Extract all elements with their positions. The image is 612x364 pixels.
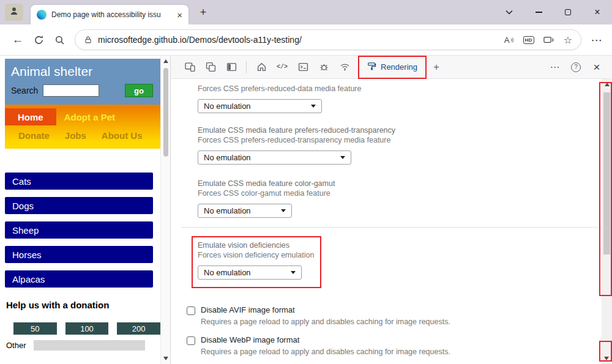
new-tab-button[interactable]: + (196, 6, 210, 19)
tab-close-icon[interactable]: × (177, 10, 182, 20)
vision-deficiency-dropdown[interactable]: No emulation (198, 266, 302, 280)
animal-button-alpacas[interactable]: Alpacas (5, 270, 153, 288)
section-divider (181, 227, 602, 228)
sources-icon[interactable]: </> (272, 59, 293, 76)
toolbar-divider (246, 61, 247, 73)
dock-side-icon[interactable] (221, 59, 242, 76)
donation-200-button[interactable]: 200 (117, 322, 160, 335)
debugger-bug-icon[interactable] (313, 59, 334, 76)
page-title: Animal shelter (11, 64, 154, 79)
console-icon[interactable] (293, 59, 313, 76)
browser-tab[interactable]: Demo page with accessibility issu × (31, 5, 188, 24)
scroll-down-icon[interactable] (604, 357, 609, 360)
minimize-button[interactable] (524, 0, 553, 24)
donation-amounts: 50 100 200 (13, 322, 160, 335)
address-bar[interactable]: microsoftedge.github.io/Demos/devtools-a… (75, 29, 581, 50)
inspect-element-icon[interactable] (200, 59, 221, 76)
search-row: Search go (11, 84, 154, 97)
dropdown-value: No emulation (204, 268, 251, 277)
chevron-down-icon (291, 271, 296, 274)
disable-avif-checkbox[interactable] (187, 306, 195, 315)
animal-button-cats[interactable]: Cats (5, 173, 153, 190)
dropdown-value: No emulation (204, 206, 251, 215)
reduced-data-dropdown[interactable]: No emulation (198, 99, 322, 113)
animal-button-horses[interactable]: Horses (5, 246, 153, 263)
reduced-transparency-dropdown[interactable]: No emulation (198, 150, 351, 165)
animal-button-sheep[interactable]: Sheep (5, 221, 153, 239)
more-options-icon[interactable]: ⋯ (545, 61, 565, 73)
section-vision-deficiencies: Emulate vision deficiencies Forces visio… (198, 240, 327, 280)
checkbox-label: Disable WebP image format (201, 335, 450, 345)
tab-list-chevron-icon[interactable] (494, 0, 524, 24)
profile-avatar[interactable] (5, 4, 23, 21)
section-title: Emulate CSS media feature prefers-reduce… (198, 125, 602, 135)
checkbox-description: Requires a page reload to apply and disa… (201, 318, 450, 327)
nav-item-jobs[interactable]: Jobs (65, 130, 86, 141)
devtools-scrollbar[interactable] (602, 79, 612, 364)
section-reduced-transparency: Emulate CSS media feature prefers-reduce… (198, 125, 602, 165)
nav-item-home[interactable]: Home (5, 108, 56, 125)
section-reduced-data: Forces CSS prefers-reduced-data media fe… (198, 84, 602, 113)
search-icon[interactable] (49, 29, 70, 50)
add-tool-button[interactable]: + (427, 61, 446, 73)
nav-item-about-us[interactable]: About Us (102, 130, 143, 141)
refresh-button[interactable] (28, 29, 49, 50)
network-wifi-icon[interactable] (334, 59, 355, 76)
edge-logo-icon (37, 10, 47, 20)
url-text: microsoftedge.github.io/Demos/devtools-a… (98, 35, 499, 45)
person-icon (9, 6, 19, 18)
devtools-toolbar-right: ⋯ ? × (545, 61, 612, 74)
section-color-gamut: Emulate CSS media feature color-gamut Fo… (198, 179, 602, 218)
window-close-button[interactable]: × (583, 0, 612, 24)
nav-item-donate[interactable]: Donate (18, 130, 50, 141)
webpage-viewport: Animal shelter Search go Home Adopt a Pe… (0, 56, 170, 364)
donation-heading: Help us with a donation (6, 300, 160, 310)
section-description: Forces CSS prefers-reduced-transparency … (198, 135, 602, 145)
media-audio-icon[interactable] (543, 35, 554, 45)
donation-50-button[interactable]: 50 (13, 322, 57, 335)
browser-toolbar: ← microsoftedge.github.io/Demos/devtools… (0, 24, 612, 56)
nav-item-adopt-a-pet[interactable]: Adopt a Pet (64, 112, 115, 122)
page-scrollbar-thumb[interactable] (163, 68, 168, 157)
favorites-star-icon[interactable]: ☆ (564, 34, 572, 46)
chevron-down-icon (311, 105, 316, 108)
site-info-lock-icon[interactable] (84, 35, 92, 44)
dropdown-value: No emulation (204, 153, 251, 162)
devtools-close-icon[interactable]: × (586, 61, 607, 74)
animal-list: Cats Dogs Sheep Horses Alpacas (5, 173, 160, 288)
donation-100-button[interactable]: 100 (65, 322, 109, 335)
scroll-up-icon[interactable] (163, 59, 168, 63)
animal-button-dogs[interactable]: Dogs (5, 197, 153, 214)
chevron-down-icon (340, 156, 345, 159)
go-button[interactable]: go (125, 84, 153, 97)
search-input[interactable] (43, 84, 99, 97)
color-gamut-dropdown[interactable]: No emulation (198, 204, 292, 218)
back-button[interactable]: ← (7, 29, 28, 50)
tab-rendering[interactable]: Rendering (360, 58, 425, 76)
devtools-panel: </> Rendering + (170, 56, 612, 364)
browser-window: Demo page with accessibility issu × + × … (0, 0, 612, 364)
help-icon[interactable]: ? (571, 62, 581, 72)
section-description: Forces CSS color-gamut media feature (198, 188, 602, 198)
settings-menu-button[interactable]: ⋯ (586, 29, 607, 50)
checkbox-label: Disable AVIF image format (201, 305, 450, 315)
devtools-scrollbar-thumb[interactable] (603, 92, 610, 254)
hd-badge-icon[interactable]: HD (523, 36, 534, 44)
page-navigation: Home Adopt a Pet Donate Jobs About Us (5, 105, 160, 149)
device-emulation-icon[interactable] (179, 59, 200, 76)
section-description: Forces vision deficiency emulation (198, 250, 327, 260)
rendering-paint-icon (367, 62, 376, 73)
welcome-home-icon[interactable] (251, 59, 272, 76)
scroll-down-icon[interactable] (163, 357, 168, 360)
maximize-button[interactable] (553, 0, 583, 24)
disable-webp-checkbox[interactable] (187, 336, 195, 345)
read-aloud-icon[interactable]: A (504, 35, 514, 45)
minimize-icon (536, 12, 542, 13)
rendering-panel-content: Forces CSS prefers-reduced-data media fe… (171, 79, 602, 364)
other-amount-input[interactable] (34, 340, 145, 351)
checkbox-description: Requires a page reload to apply and disa… (201, 347, 450, 357)
content-area: Animal shelter Search go Home Adopt a Pe… (0, 56, 612, 364)
page-scrollbar[interactable] (160, 56, 170, 364)
scroll-up-icon[interactable] (605, 83, 610, 86)
page-header: Animal shelter Search go (5, 59, 160, 105)
